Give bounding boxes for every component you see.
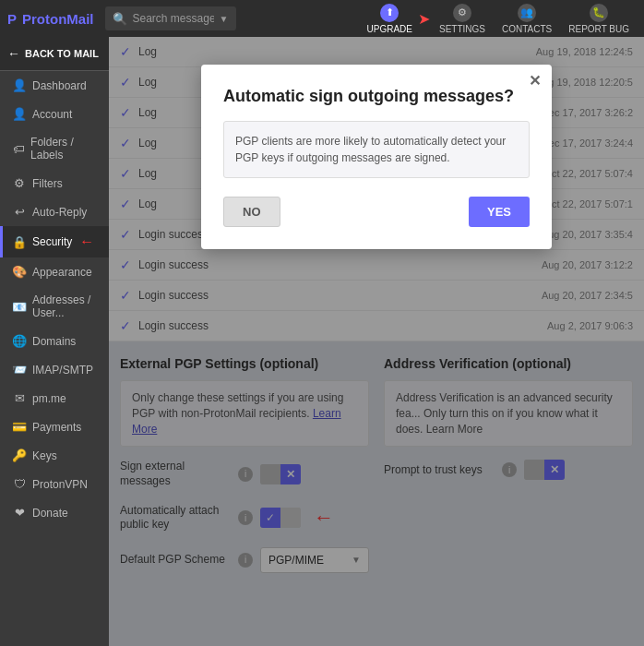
topbar: PProtonMail 🔍 ▼ ⬆ UPGRADE ➤ ⚙ SETTINGS 👥… [0, 0, 644, 37]
domains-icon: 🌐 [12, 334, 27, 348]
contacts-icon: 👥 [518, 4, 536, 22]
modal-close-button[interactable]: ✕ [529, 72, 541, 90]
upgrade-arrow-icon: ➤ [418, 10, 430, 28]
protonvpn-icon: 🛡 [12, 477, 27, 491]
contacts-button[interactable]: 👥 CONTACTS [495, 2, 559, 36]
sidebar-item-protonvpn[interactable]: 🛡 ProtonVPN [0, 470, 109, 498]
modal-yes-button[interactable]: YES [469, 197, 530, 227]
modal-buttons: NO YES [223, 197, 530, 227]
sidebar-item-filters[interactable]: ⚙ Filters [0, 169, 109, 197]
topbar-actions: ⬆ UPGRADE ➤ ⚙ SETTINGS 👥 CONTACTS 🐛 REPO… [360, 2, 638, 36]
dashboard-icon: 👤 [12, 78, 27, 92]
upgrade-icon: ⬆ [380, 4, 399, 22]
autoreply-icon: ↩ [12, 205, 27, 219]
sidebar-item-keys[interactable]: 🔑 Keys [0, 441, 109, 470]
sidebar-item-addresses[interactable]: 📧 Addresses / User... [0, 286, 109, 327]
sidebar-item-folders[interactable]: 🏷 Folders / Labels [0, 128, 109, 169]
filters-icon: ⚙ [12, 176, 27, 190]
back-to-mail-button[interactable]: ← BACK TO MAIL [0, 37, 109, 71]
content-area: ✓ Log Aug 19, 2018 12:24:5 ✓ Log Aug 19,… [109, 37, 644, 646]
sidebar-item-security[interactable]: 🔒 Security ← [0, 226, 109, 257]
modal-info-text: PGP clients are more likely to automatic… [223, 121, 530, 178]
keys-icon: 🔑 [12, 449, 27, 462]
account-icon: 👤 [12, 107, 27, 121]
logo: PProtonMail [7, 11, 94, 27]
folders-icon: 🏷 [12, 142, 25, 156]
modal-title: Automatic sign outgoing messages? [223, 87, 530, 106]
settings-button[interactable]: ⚙ SETTINGS [432, 2, 493, 36]
main-layout: ← BACK TO MAIL 👤 Dashboard 👤 Account 🏷 F… [0, 37, 644, 646]
payments-icon: 💳 [12, 420, 27, 434]
sidebar-item-dashboard[interactable]: 👤 Dashboard [0, 71, 109, 100]
upgrade-button[interactable]: ⬆ UPGRADE [360, 2, 420, 36]
bug-icon: 🐛 [590, 4, 608, 22]
security-icon: 🔒 [12, 235, 27, 249]
donate-icon: ❤ [12, 506, 27, 520]
settings-icon: ⚙ [453, 4, 471, 22]
sidebar-item-payments[interactable]: 💳 Payments [0, 413, 109, 441]
sidebar-item-autoreply[interactable]: ↩ Auto-Reply [0, 197, 109, 226]
search-container[interactable]: 🔍 ▼ [105, 6, 236, 30]
chevron-down-icon: ▼ [220, 14, 229, 24]
modal-no-button[interactable]: NO [223, 197, 280, 227]
sidebar-item-donate[interactable]: ❤ Donate [0, 498, 109, 527]
sidebar-item-appearance[interactable]: 🎨 Appearance [0, 257, 109, 286]
report-bug-button[interactable]: 🐛 REPORT BUG [561, 2, 637, 36]
back-arrow-icon: ← [7, 46, 20, 61]
search-icon: 🔍 [113, 12, 127, 26]
sidebar-item-imap[interactable]: 📨 IMAP/SMTP [0, 355, 109, 384]
sidebar-item-domains[interactable]: 🌐 Domains [0, 327, 109, 355]
imap-icon: 📨 [12, 363, 27, 377]
pmme-icon: ✉ [12, 391, 27, 405]
modal-dialog: ✕ Automatic sign outgoing messages? PGP … [201, 65, 552, 249]
sidebar-item-pmme[interactable]: ✉ pm.me [0, 384, 109, 413]
security-red-arrow: ← [79, 233, 94, 250]
modal-overlay: ✕ Automatic sign outgoing messages? PGP … [109, 37, 644, 646]
search-input[interactable] [133, 12, 214, 25]
appearance-icon: 🎨 [12, 265, 27, 279]
sidebar: ← BACK TO MAIL 👤 Dashboard 👤 Account 🏷 F… [0, 37, 109, 646]
addresses-icon: 📧 [12, 300, 27, 314]
sidebar-item-account[interactable]: 👤 Account [0, 100, 109, 128]
